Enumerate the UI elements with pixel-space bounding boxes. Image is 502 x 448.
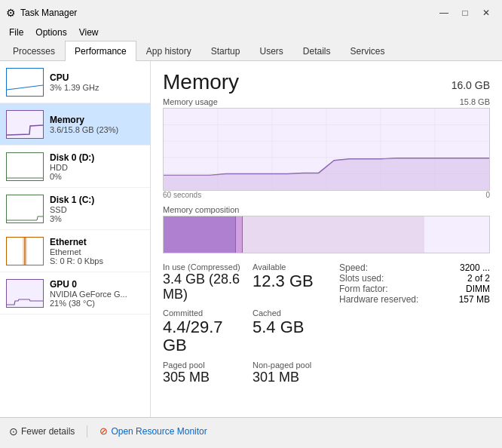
menu-file[interactable]: File — [5, 26, 28, 39]
memory-thumbnail — [6, 110, 44, 139]
slots-row: Slots used: 2 of 2 — [339, 273, 490, 284]
usage-chart-label: Memory usage 15.8 GB — [163, 97, 490, 106]
usage-chart-section: Memory usage 15.8 GB — [163, 97, 490, 199]
cpu-info: CPU 3% 1.39 GHz — [50, 72, 144, 92]
slots-label: Slots used: — [339, 273, 384, 284]
gpu0-sub2: 21% (38 °C) — [50, 299, 144, 308]
tab-users[interactable]: Users — [249, 41, 292, 61]
composition-chart — [163, 216, 490, 253]
comp-modified — [236, 216, 243, 253]
title-bar-controls: — □ ✕ — [434, 5, 496, 20]
stats-left: In use (Compressed) 3.4 GB (28.6 MB) Ava… — [163, 262, 330, 385]
paged-label: Paged pool — [163, 361, 240, 370]
disk0-title: Disk 0 (D:) — [50, 152, 144, 163]
sidebar-item-cpu[interactable]: CPU 3% 1.39 GHz — [0, 61, 150, 103]
svg-rect-4 — [7, 280, 43, 307]
slots-value: 2 of 2 — [467, 273, 490, 284]
stat-cached: Cached 5.4 GB — [253, 308, 330, 354]
form-label: Form factor: — [339, 284, 388, 294]
panel-total: 16.0 GB — [451, 79, 490, 91]
available-label: Available — [253, 262, 330, 272]
disk1-info: Disk 1 (C:) SSD 3% — [50, 195, 144, 223]
speed-value: 3200 ... — [460, 262, 490, 273]
comp-standby — [243, 216, 424, 253]
cpu-sub: 3% 1.39 GHz — [50, 83, 144, 92]
tab-startup[interactable]: Startup — [201, 41, 250, 61]
speed-row: Speed: 3200 ... — [339, 262, 490, 273]
fewer-details-link[interactable]: ⊙ Fewer details — [9, 425, 75, 437]
committed-value: 4.4/29.7 GB — [163, 318, 240, 354]
form-row: Form factor: DIMM — [339, 284, 490, 294]
speed-label: Speed: — [339, 262, 368, 273]
memory-info: Memory 3.6/15.8 GB (23%) — [50, 115, 144, 134]
resource-monitor-icon: ⊘ — [99, 425, 108, 437]
cached-label: Cached — [253, 308, 330, 318]
comp-free — [424, 216, 489, 253]
stats-area: In use (Compressed) 3.4 GB (28.6 MB) Ava… — [163, 262, 490, 385]
fewer-details-icon: ⊙ — [9, 425, 18, 437]
title-bar-left: ⚙ Task Manager — [6, 7, 77, 19]
sidebar-item-disk1[interactable]: Disk 1 (C:) SSD 3% — [0, 188, 150, 230]
disk1-sub2: 3% — [50, 214, 144, 223]
app-title: Task Manager — [20, 8, 77, 18]
stat-committed: Committed 4.4/29.7 GB — [163, 308, 240, 354]
stat-nonpaged: Non-paged pool 301 MB — [253, 361, 330, 385]
cpu-title: CPU — [50, 72, 144, 83]
time-labels: 60 seconds 0 — [163, 191, 490, 199]
ethernet-sub1: Ethernet — [50, 247, 144, 256]
tab-processes[interactable]: Processes — [3, 41, 65, 61]
title-bar: ⚙ Task Manager — □ ✕ — [0, 0, 502, 24]
comp-used — [164, 216, 235, 253]
stat-in-use: In use (Compressed) 3.4 GB (28.6 MB) — [163, 262, 240, 302]
gpu0-sub1: NVIDIA GeForce G... — [50, 290, 144, 299]
hw-reserved-label: Hardware reserved: — [339, 294, 418, 305]
stats-right: Speed: 3200 ... Slots used: 2 of 2 Form … — [339, 262, 490, 385]
menu-bar: File Options View — [0, 24, 502, 41]
tab-services[interactable]: Services — [341, 41, 395, 61]
ethernet-thumbnail — [6, 237, 44, 265]
cached-value: 5.4 GB — [253, 318, 330, 336]
nonpaged-value: 301 MB — [253, 370, 330, 385]
gpu0-thumbnail — [6, 279, 44, 308]
ethernet-info: Ethernet Ethernet S: 0 R: 0 Kbps — [50, 237, 144, 265]
nonpaged-label: Non-paged pool — [253, 361, 330, 370]
composition-label: Memory composition — [163, 205, 490, 214]
maximize-button[interactable]: □ — [455, 5, 475, 20]
in-use-label: In use (Compressed) — [163, 262, 240, 272]
app-icon: ⚙ — [6, 7, 16, 19]
disk0-sub2: 0% — [50, 172, 144, 181]
close-button[interactable]: ✕ — [476, 5, 496, 20]
sidebar-item-memory[interactable]: Memory 3.6/15.8 GB (23%) — [0, 103, 150, 146]
ethernet-title: Ethernet — [50, 237, 144, 247]
tab-bar: Processes Performance App history Startu… — [0, 41, 502, 61]
committed-label: Committed — [163, 308, 240, 318]
panel-title: Memory — [163, 70, 239, 94]
menu-options[interactable]: Options — [31, 26, 71, 39]
menu-view[interactable]: View — [75, 26, 103, 39]
usage-chart — [163, 108, 490, 191]
tab-details[interactable]: Details — [293, 41, 341, 61]
hw-reserved-row: Hardware reserved: 157 MB — [339, 294, 490, 305]
bottom-divider — [87, 425, 87, 437]
memory-panel: Memory 16.0 GB Memory usage 15.8 GB — [151, 61, 502, 417]
paged-value: 305 MB — [163, 370, 240, 385]
tab-performance[interactable]: Performance — [65, 41, 136, 61]
stat-available: Available 12.3 GB — [253, 262, 330, 302]
memory-title: Memory — [50, 115, 144, 125]
stat-paged: Paged pool 305 MB — [163, 361, 240, 385]
available-value: 12.3 GB — [253, 272, 330, 290]
ethernet-sub2: S: 0 R: 0 Kbps — [50, 256, 144, 265]
sidebar-item-ethernet[interactable]: Ethernet Ethernet S: 0 R: 0 Kbps — [0, 230, 150, 272]
memory-sub: 3.6/15.8 GB (23%) — [50, 125, 144, 134]
disk1-title: Disk 1 (C:) — [50, 195, 144, 205]
gpu0-title: GPU 0 — [50, 279, 144, 290]
main-content: CPU 3% 1.39 GHz Memory 3.6/15.8 GB (23%) — [0, 61, 502, 417]
form-value: DIMM — [466, 284, 490, 294]
sidebar-item-gpu0[interactable]: GPU 0 NVIDIA GeForce G... 21% (38 °C) — [0, 272, 150, 315]
sidebar-item-disk0[interactable]: Disk 0 (D:) HDD 0% — [0, 146, 150, 188]
tab-app-history[interactable]: App history — [136, 41, 201, 61]
disk1-sub1: SSD — [50, 205, 144, 214]
composition-chart-section: Memory composition — [163, 205, 490, 253]
minimize-button[interactable]: — — [434, 5, 454, 20]
open-resource-monitor-link[interactable]: ⊘ Open Resource Monitor — [99, 425, 207, 437]
